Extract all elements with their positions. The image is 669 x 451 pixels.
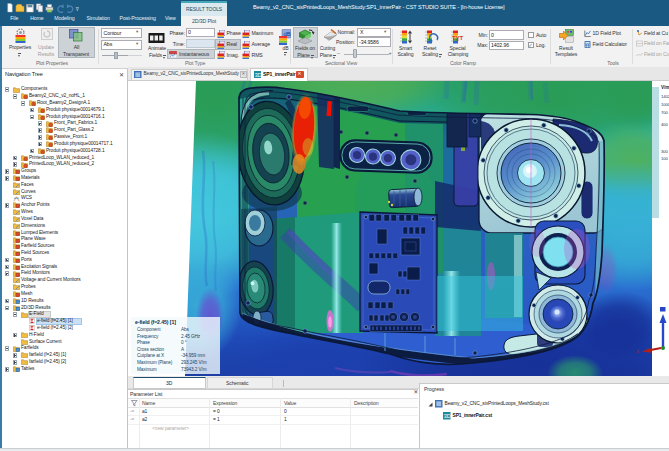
- svg-text:x: x: [636, 348, 639, 354]
- svg-text:3D: 3D: [254, 72, 261, 78]
- svg-text:3D: 3D: [444, 413, 451, 419]
